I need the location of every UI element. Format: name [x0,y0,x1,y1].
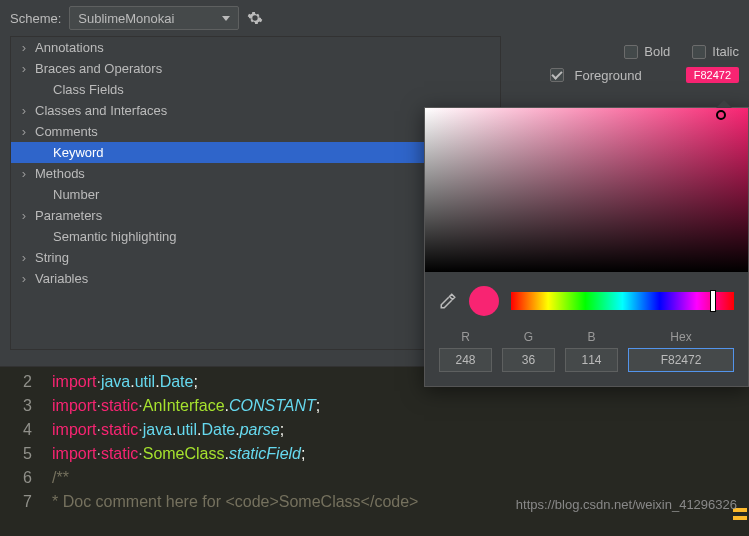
r-label: R [439,330,492,344]
expand-icon: › [19,271,29,286]
scheme-select[interactable]: SublimeMonokai [69,6,239,30]
attr-label: Braces and Operators [35,61,162,76]
r-input[interactable] [439,348,492,372]
g-label: G [502,330,555,344]
watermark: https://blog.csdn.net/weixin_41296326 [516,497,737,512]
hex-label: Hex [628,330,734,344]
hue-slider[interactable] [511,292,734,310]
bold-checkbox[interactable] [624,45,638,59]
saturation-gradient[interactable] [425,108,748,272]
b-input[interactable] [565,348,618,372]
gradient-cursor[interactable] [716,110,726,120]
eyedropper-icon[interactable] [439,292,457,310]
gear-icon[interactable] [247,10,263,26]
attr-label: Comments [35,124,98,139]
attr-label: Variables [35,271,88,286]
b-label: B [565,330,618,344]
color-preview [469,286,499,316]
expand-icon: › [19,103,29,118]
attr-label: Keyword [53,145,104,160]
hex-input[interactable] [628,348,734,372]
expand-icon: › [19,250,29,265]
italic-label: Italic [712,44,739,59]
attr-label: Classes and Interfaces [35,103,167,118]
foreground-checkbox[interactable] [550,68,564,82]
scheme-value: SublimeMonokai [78,11,174,26]
expand-icon: › [19,124,29,139]
attr-label: Class Fields [53,82,124,97]
gutter: 234567 [0,367,42,536]
expand-icon: › [19,40,29,55]
foreground-swatch[interactable]: F82472 [686,67,739,83]
expand-icon: › [19,61,29,76]
attr-item-class-fields[interactable]: ›Class Fields [11,79,500,100]
warning-marker[interactable] [733,516,747,520]
attr-label: Parameters [35,208,102,223]
attr-item-annotations[interactable]: ›Annotations [11,37,500,58]
attr-label: Semantic highlighting [53,229,177,244]
chevron-down-icon [222,16,230,21]
attr-label: String [35,250,69,265]
g-input[interactable] [502,348,555,372]
attr-label: Annotations [35,40,104,55]
italic-checkbox[interactable] [692,45,706,59]
scheme-label: Scheme: [10,11,61,26]
bold-label: Bold [644,44,670,59]
expand-icon: › [19,166,29,181]
attr-item-braces-and-operators[interactable]: ›Braces and Operators [11,58,500,79]
attr-label: Methods [35,166,85,181]
color-picker: R G B Hex [424,107,749,387]
code-content: import·java.util.Date; import·static·AnI… [42,367,418,536]
hue-cursor[interactable] [710,290,716,312]
picker-arrow [716,100,732,108]
attr-label: Number [53,187,99,202]
foreground-label: Foreground [574,68,641,83]
expand-icon: › [19,208,29,223]
